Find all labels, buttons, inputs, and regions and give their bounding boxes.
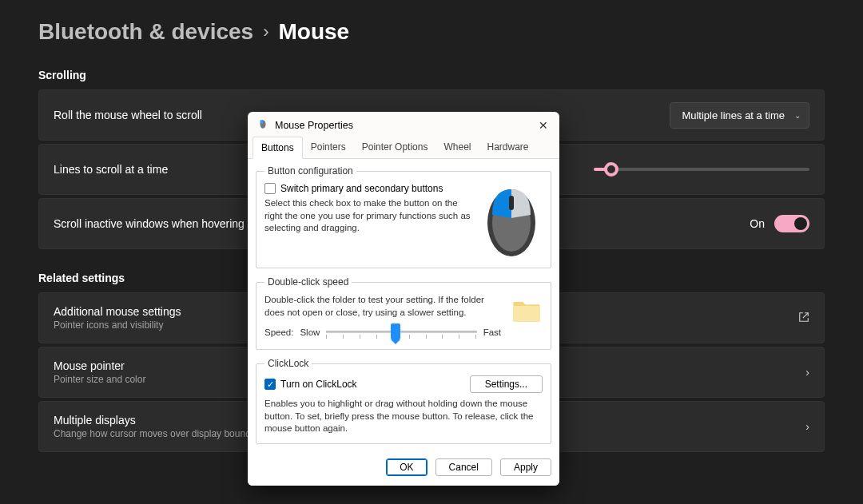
- chevron-right-icon: ›: [263, 22, 268, 42]
- switch-buttons-label: Switch primary and secondary buttons: [280, 183, 443, 194]
- clicklock-desc: Enables you to highlight or drag without…: [264, 398, 543, 435]
- breadcrumb: Bluetooth & devices › Mouse: [38, 19, 825, 45]
- dialog-footer: OK Cancel Apply: [248, 457, 559, 486]
- button-config-desc: Select this check box to make the button…: [264, 197, 472, 235]
- row-displays-sub: Change how cursor moves over display bou…: [54, 428, 272, 439]
- mouse-properties-dialog: Mouse Properties ✕ Buttons Pointers Poin…: [248, 112, 559, 486]
- dialog-titlebar[interactable]: Mouse Properties ✕: [248, 112, 559, 137]
- group-double-click: Double-click speed Double-click the fold…: [256, 276, 551, 350]
- double-click-speed-slider[interactable]: [326, 323, 476, 341]
- clicklock-checkbox[interactable]: ✓: [264, 379, 276, 390]
- section-header-scrolling: Scrolling: [38, 69, 825, 81]
- chevron-right-icon: ›: [805, 420, 809, 433]
- row-additional-title: Additional mouse settings: [54, 305, 181, 318]
- svg-rect-1: [260, 120, 264, 124]
- chevron-right-icon: ›: [805, 366, 809, 379]
- group-clicklock: ClickLock ✓ Turn on ClickLock Settings..…: [256, 358, 551, 444]
- breadcrumb-parent[interactable]: Bluetooth & devices: [38, 19, 253, 45]
- switch-buttons-checkbox[interactable]: [264, 183, 276, 194]
- toggle-state-label: On: [750, 217, 765, 230]
- slider-thumb[interactable]: [604, 162, 618, 177]
- row-pointer-title: Mouse pointer: [54, 359, 145, 372]
- clicklock-label: Turn on ClickLock: [280, 379, 357, 390]
- tab-pointers[interactable]: Pointers: [303, 137, 354, 158]
- tab-pointer-options[interactable]: Pointer Options: [354, 137, 436, 158]
- speed-label: Speed:: [264, 327, 293, 337]
- speed-slider-thumb[interactable]: [391, 323, 400, 339]
- speed-fast-label: Fast: [483, 327, 501, 337]
- breadcrumb-current: Mouse: [279, 19, 350, 45]
- legend-double-click: Double-click speed: [264, 276, 352, 288]
- ok-button[interactable]: OK: [386, 458, 427, 476]
- mouse-illustration: [480, 183, 543, 260]
- apply-button[interactable]: Apply: [500, 458, 551, 476]
- row-pointer-sub: Pointer size and color: [54, 374, 145, 385]
- row-displays-title: Multiple displays: [54, 414, 272, 427]
- row-roll-wheel-title: Roll the mouse wheel to scroll: [54, 109, 202, 121]
- group-button-config: Button configuration Switch primary and …: [256, 165, 551, 268]
- row-lines-scroll-title: Lines to scroll at a time: [54, 163, 168, 176]
- close-button[interactable]: ✕: [535, 119, 551, 132]
- clicklock-settings-button[interactable]: Settings...: [470, 375, 543, 393]
- svg-rect-4: [509, 196, 514, 210]
- tab-hardware[interactable]: Hardware: [479, 137, 536, 158]
- row-additional-sub: Pointer icons and visibility: [54, 319, 181, 331]
- inactive-hover-toggle[interactable]: [774, 215, 809, 232]
- dialog-tabs: Buttons Pointers Pointer Options Wheel H…: [248, 137, 559, 159]
- lines-scroll-slider[interactable]: [594, 168, 809, 171]
- speed-slow-label: Slow: [300, 327, 320, 337]
- open-external-icon: [798, 312, 809, 325]
- mouse-icon: [257, 118, 268, 132]
- cancel-button[interactable]: Cancel: [435, 458, 492, 476]
- tab-wheel[interactable]: Wheel: [435, 137, 479, 158]
- double-click-desc: Double-click the folder to test your set…: [264, 294, 501, 319]
- scroll-mode-dropdown[interactable]: Multiple lines at a time ⌄: [670, 102, 809, 129]
- scroll-mode-value: Multiple lines at a time: [682, 109, 785, 121]
- test-folder-icon[interactable]: [511, 294, 543, 328]
- chevron-down-icon: ⌄: [794, 111, 801, 120]
- toggle-knob: [794, 217, 807, 230]
- tab-buttons[interactable]: Buttons: [253, 137, 303, 159]
- legend-clicklock: ClickLock: [264, 358, 312, 369]
- legend-button-config: Button configuration: [264, 165, 356, 177]
- dialog-title: Mouse Properties: [275, 120, 353, 131]
